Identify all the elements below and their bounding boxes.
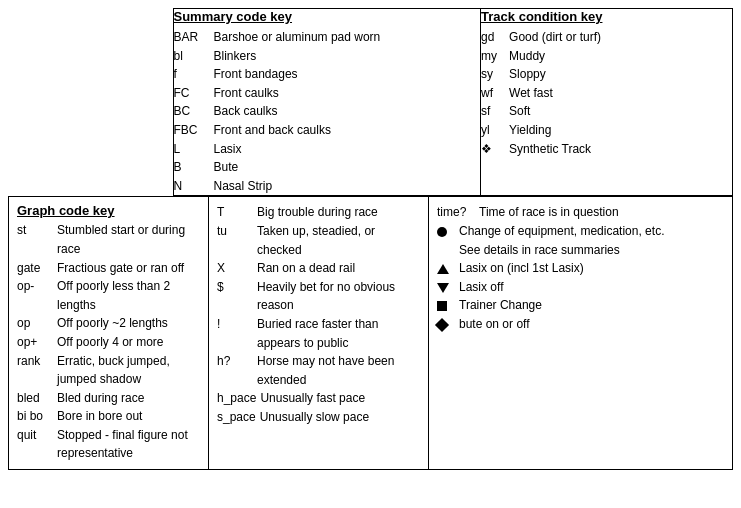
track-section: Track condition key gd Good (dirt or tur… — [481, 9, 733, 196]
triangle-up-icon — [437, 259, 455, 278]
right-item-square: Trainer Change — [437, 296, 724, 315]
code-excl: ! — [217, 315, 253, 352]
graph-title: Graph code key — [17, 203, 200, 218]
right-item-triangle-down: Lasix off — [437, 278, 724, 297]
diamond-icon — [437, 315, 455, 334]
desc-space: Unusually slow pace — [260, 408, 420, 427]
middle-item-dollar: $ Heavily bet for no obvious reason — [217, 278, 420, 315]
desc-bc: Back caulks — [214, 102, 481, 121]
desc-opm: Off poorly less than 2 lengths — [57, 277, 200, 314]
desc-dollar: Heavily bet for no obvious reason — [257, 278, 420, 315]
desc-bled: Bled during race — [57, 389, 200, 408]
code-yl: yl — [481, 121, 505, 140]
desc-circle: Change of equipment, medication, etc. — [459, 222, 724, 241]
circle-icon — [437, 222, 455, 241]
graph-section: Graph code key st Stumbled start or duri… — [9, 197, 209, 469]
code-wf: wf — [481, 84, 505, 103]
summary-item-f: f Front bandages — [174, 65, 481, 84]
desc-wf: Wet fast — [509, 84, 732, 103]
code-t: T — [217, 203, 253, 222]
desc-hpace: Unusually fast pace — [260, 389, 420, 408]
middle-item-hq: h? Horse may not have been extended — [217, 352, 420, 389]
desc-x: Ran on a dead rail — [257, 259, 420, 278]
summary-item-fbc: FBC Front and back caulks — [174, 121, 481, 140]
code-sf: sf — [481, 102, 505, 121]
graph-item-opm: op- Off poorly less than 2 lengths — [17, 277, 200, 314]
code-space: s_pace — [217, 408, 256, 427]
summary-item-bc: BC Back caulks — [174, 102, 481, 121]
desc-gd: Good (dirt or turf) — [509, 28, 732, 47]
code-synthetic: ❖ — [481, 140, 505, 159]
desc-bar: Barshoe or aluminum pad worn — [214, 28, 481, 47]
track-item-sf: sf Soft — [481, 102, 732, 121]
graph-item-quit: quit Stopped - final figure not represen… — [17, 426, 200, 463]
code-n: N — [174, 177, 210, 196]
middle-item-tu: tu Taken up, steadied, or checked — [217, 222, 420, 259]
right-item-time: time? Time of race is in question — [437, 203, 724, 222]
code-opm: op- — [17, 277, 53, 314]
track-title: Track condition key — [481, 9, 732, 24]
code-time: time? — [437, 203, 475, 222]
desc-gate: Fractious gate or ran off — [57, 259, 200, 278]
desc-triangle-up: Lasix on (incl 1st Lasix) — [459, 259, 724, 278]
code-st: st — [17, 221, 53, 258]
code-bc: BC — [174, 102, 210, 121]
desc-synthetic: Synthetic Track — [509, 140, 732, 159]
square-icon — [437, 296, 455, 315]
track-item-sy: sy Sloppy — [481, 65, 732, 84]
right-item-see-details: See details in race summaries — [437, 241, 724, 260]
desc-t: Big trouble during race — [257, 203, 420, 222]
graph-item-op: op Off poorly ~2 lengths — [17, 314, 200, 333]
desc-op: Off poorly ~2 lengths — [57, 314, 200, 333]
desc-triangle-down: Lasix off — [459, 278, 724, 297]
middle-item-x: X Ran on a dead rail — [217, 259, 420, 278]
code-bled: bled — [17, 389, 53, 408]
summary-item-bar: BAR Barshoe or aluminum pad worn — [174, 28, 481, 47]
middle-item-hpace: h_pace Unusually fast pace — [217, 389, 420, 408]
desc-sy: Sloppy — [509, 65, 732, 84]
summary-section: Summary code key BAR Barshoe or aluminum… — [173, 9, 481, 196]
middle-item-space: s_pace Unusually slow pace — [217, 408, 420, 427]
code-x: X — [217, 259, 253, 278]
middle-section: T Big trouble during race tu Taken up, s… — [209, 197, 429, 469]
graph-item-gate: gate Fractious gate or ran off — [17, 259, 200, 278]
desc-my: Muddy — [509, 47, 732, 66]
code-opp: op+ — [17, 333, 53, 352]
code-sy: sy — [481, 65, 505, 84]
code-bar: BAR — [174, 28, 210, 47]
code-hpace: h_pace — [217, 389, 256, 408]
desc-rank: Erratic, buck jumped, jumped shadow — [57, 352, 200, 389]
desc-time: Time of race is in question — [479, 203, 724, 222]
code-l: L — [174, 140, 210, 159]
graph-item-rank: rank Erratic, buck jumped, jumped shadow — [17, 352, 200, 389]
graph-item-st: st Stumbled start or during race — [17, 221, 200, 258]
track-item-gd: gd Good (dirt or turf) — [481, 28, 732, 47]
code-bibo: bi bo — [17, 407, 53, 426]
track-item-synthetic: ❖ Synthetic Track — [481, 140, 732, 159]
right-item-circle: Change of equipment, medication, etc. — [437, 222, 724, 241]
desc-n: Nasal Strip — [214, 177, 481, 196]
code-f: f — [174, 65, 210, 84]
track-item-wf: wf Wet fast — [481, 84, 732, 103]
track-item-my: my Muddy — [481, 47, 732, 66]
desc-f: Front bandages — [214, 65, 481, 84]
code-rank: rank — [17, 352, 53, 389]
desc-diamond: bute on or off — [459, 315, 724, 334]
desc-fc: Front caulks — [214, 84, 481, 103]
right-item-triangle-up: Lasix on (incl 1st Lasix) — [437, 259, 724, 278]
middle-item-excl: ! Buried race faster than appears to pub… — [217, 315, 420, 352]
desc-b: Bute — [214, 158, 481, 177]
desc-bl: Blinkers — [214, 47, 481, 66]
track-item-yl: yl Yielding — [481, 121, 732, 140]
desc-yl: Yielding — [509, 121, 732, 140]
middle-item-t: T Big trouble during race — [217, 203, 420, 222]
desc-fbc: Front and back caulks — [214, 121, 481, 140]
code-op: op — [17, 314, 53, 333]
summary-item-n: N Nasal Strip — [174, 177, 481, 196]
summary-title: Summary code key — [174, 9, 481, 24]
desc-bibo: Bore in bore out — [57, 407, 200, 426]
code-fc: FC — [174, 84, 210, 103]
desc-l: Lasix — [214, 140, 481, 159]
blank-icon — [437, 241, 455, 260]
desc-square: Trainer Change — [459, 296, 724, 315]
